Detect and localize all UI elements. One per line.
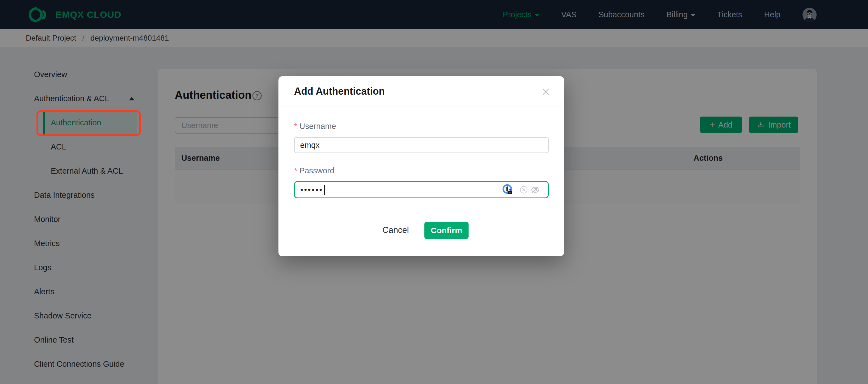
close-icon[interactable] <box>541 87 551 97</box>
modal-username-input[interactable] <box>294 137 549 153</box>
modal-title: Add Authentication <box>294 86 385 97</box>
emqx-cloud-console: EMQX CLOUD Projects VAS Subaccounts Bill… <box>0 0 868 384</box>
eye-off-icon[interactable] <box>530 185 540 195</box>
cancel-button[interactable]: Cancel <box>382 225 409 235</box>
clear-input-icon[interactable] <box>520 186 528 194</box>
username-field-label: *Username <box>294 122 336 131</box>
required-asterisk: * <box>294 122 297 131</box>
required-asterisk: * <box>294 166 297 175</box>
modal-password-input[interactable]: •••••• <box>294 181 549 198</box>
password-masked-value: •••••• <box>301 186 323 194</box>
password-manager-icon[interactable] <box>502 184 513 196</box>
password-field-label: *Password <box>294 166 334 175</box>
add-authentication-modal: Add Authentication *Username *Password •… <box>278 76 564 256</box>
modal-header: Add Authentication <box>278 76 564 106</box>
confirm-button[interactable]: Confirm <box>425 222 469 239</box>
text-cursor <box>324 185 325 195</box>
